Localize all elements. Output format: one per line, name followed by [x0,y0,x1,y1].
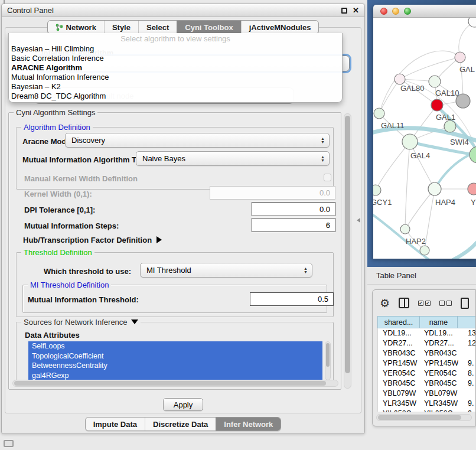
network-node-hap4[interactable] [428,182,441,195]
settings-vertical-scrollbar[interactable] [344,113,351,389]
table-cell[interactable]: 9. [458,379,476,389]
dpi-tolerance-field[interactable]: 0.0 [252,202,335,216]
table-cell[interactable]: YLR345W [378,399,420,409]
table-cell[interactable]: 9 [458,409,476,412]
mi-threshold-field[interactable]: 0.5 [250,292,334,306]
table-row[interactable]: YER054CYER054C8. [378,369,476,379]
algorithm-option[interactable]: Mutual Information Inference [9,73,342,82]
attribute-item-selected[interactable]: BetweennessCentrality [28,361,322,371]
tab-infer-network[interactable]: Infer Network [216,418,281,431]
column-header[interactable]: name [420,316,458,328]
tab-discretize-data[interactable]: Discretize Data [145,418,216,431]
table-cell[interactable]: YER054C [420,369,458,379]
network-node-gal11[interactable] [374,108,384,119]
table-row[interactable]: YLR345WYLR345W9. [378,399,476,409]
collapsed-panel-icon[interactable] [4,440,14,447]
table-row[interactable]: YBL079WYBL079W [378,389,476,399]
network-node-gal4[interactable] [402,134,418,149]
table-cell[interactable]: 13 [458,328,476,338]
network-node-gcy1[interactable] [373,185,381,195]
table-row[interactable]: YBR045CYBR045C9. [378,379,476,389]
network-node[interactable] [468,18,476,27]
mi-threshold-definition-title: MI Threshold Definition [28,281,111,289]
column-layout-icon[interactable] [399,298,409,308]
table-row[interactable]: YDL19...YDL19...13 [378,328,476,338]
algorithm-option[interactable]: Bayesian – K2 [9,82,342,92]
table-cell[interactable]: YBR043C [378,348,420,358]
float-window-icon[interactable] [341,8,347,14]
table-cell[interactable] [458,389,476,399]
attribute-list-scrollbar[interactable] [325,341,331,380]
table-cell[interactable]: YPR145W [420,358,458,369]
algorithm-option[interactable]: Dream8 DC_TDC Algorithm [9,92,342,101]
mi-type-combo[interactable]: Naive Bayes ▲▼ [136,151,330,166]
network-canvas[interactable]: GALGAL80GAL10GAL1GAL11SWI4GAL4GCY1HAP4YH… [373,18,476,259]
table-cell[interactable]: YIL052C [420,409,458,412]
network-node[interactable] [420,246,429,255]
network-node-hap2[interactable] [400,224,410,234]
table-cell[interactable]: YDL19... [378,328,420,338]
table-cell[interactable]: YBR045C [378,379,420,389]
table-cell[interactable]: YBR045C [420,379,458,389]
algorithm-option[interactable]: Basic Correlation Inference [9,54,342,63]
table-horizontal-scrollbar[interactable] [376,414,472,421]
table-cell[interactable]: YDR27... [420,338,458,348]
table-cell[interactable]: YBL079W [420,389,458,399]
settings-horizontal-scrollbar[interactable] [12,380,338,387]
tab-select[interactable]: Select [138,21,177,34]
network-node-gal80[interactable] [395,74,405,84]
sources-title[interactable]: Sources for Network Inference [21,318,141,327]
minimize-traffic-light-icon[interactable] [392,8,399,15]
network-node[interactable] [470,146,476,163]
zoom-traffic-light-icon[interactable] [404,8,411,15]
select-all-icon[interactable]: ✓✓ [418,301,431,306]
algorithm-option[interactable]: Bayesian – Hill Climbing [9,44,342,54]
table-cell[interactable]: 9. [458,399,476,409]
tab-cyni-toolbox[interactable]: Cyni Toolbox [177,21,240,34]
table-cell[interactable] [458,348,476,358]
kernel-width-field[interactable]: 0.0 [210,186,335,200]
table-cell[interactable]: YDL19... [420,328,458,338]
close-icon[interactable]: ✕ [353,8,359,14]
table-row[interactable]: YDR27...YDR27...12 [378,338,476,348]
table-cell[interactable]: YLR345W [420,399,458,409]
table-cell[interactable]: 12 [458,338,476,348]
table-cell[interactable]: YBR043C [420,348,458,358]
table-cell[interactable]: 8. [458,369,476,379]
attribute-item-selected[interactable]: TopologicalCoefficient [28,351,322,361]
settings-gear-icon[interactable]: ⚙ [380,298,390,309]
table-cell[interactable]: YDR27... [378,338,420,348]
attribute-item-selected[interactable]: gal4RGexp [28,371,322,381]
mi-steps-field[interactable]: 6 [252,218,335,232]
network-node-swi4[interactable] [444,120,456,132]
tab-network[interactable]: Network [48,21,104,34]
hub-definition-toggle[interactable]: Hub/Transcription Factor Definition [23,236,162,244]
deselect-all-icon[interactable] [439,301,452,306]
algorithm-option-selected[interactable]: ARACNE Algorithm [9,63,342,73]
network-node-gal1[interactable] [431,99,443,111]
apply-button[interactable]: Apply [163,398,204,411]
network-node-gal10[interactable] [429,76,441,87]
tab-jactivemnodules[interactable]: jActiveMNodules [241,21,319,34]
column-header[interactable]: shared... [377,316,420,328]
table-row[interactable]: YIL052CYIL052C9 [378,409,476,412]
network-node-gal[interactable] [455,52,465,63]
which-threshold-combo[interactable]: MI Threshold ▲▼ [140,263,312,278]
table-cell[interactable]: YER054C [378,369,420,379]
tab-impute-data[interactable]: Impute Data [86,418,145,431]
attribute-item-selected[interactable]: SelfLoops [28,341,322,351]
aracne-mode-combo[interactable]: Discovery ▲▼ [65,133,330,148]
column-header[interactable]: A [458,316,476,328]
table-cell[interactable]: 9. [458,358,476,369]
document-icon[interactable] [461,298,469,309]
table-cell[interactable]: YIL052C [378,409,420,412]
network-node-y[interactable] [468,183,476,195]
table-cell[interactable]: YBL079W [378,389,420,399]
tab-style[interactable]: Style [104,21,138,34]
table-row[interactable]: YBR043CYBR043C [378,348,476,358]
table-cell[interactable]: YPR145W [378,358,420,369]
table-row[interactable]: YPR145WYPR145W9. [378,358,476,369]
manual-kernel-checkbox[interactable] [324,174,331,181]
close-traffic-light-icon[interactable] [380,8,387,15]
panel-divider-handle[interactable] [357,218,360,223]
